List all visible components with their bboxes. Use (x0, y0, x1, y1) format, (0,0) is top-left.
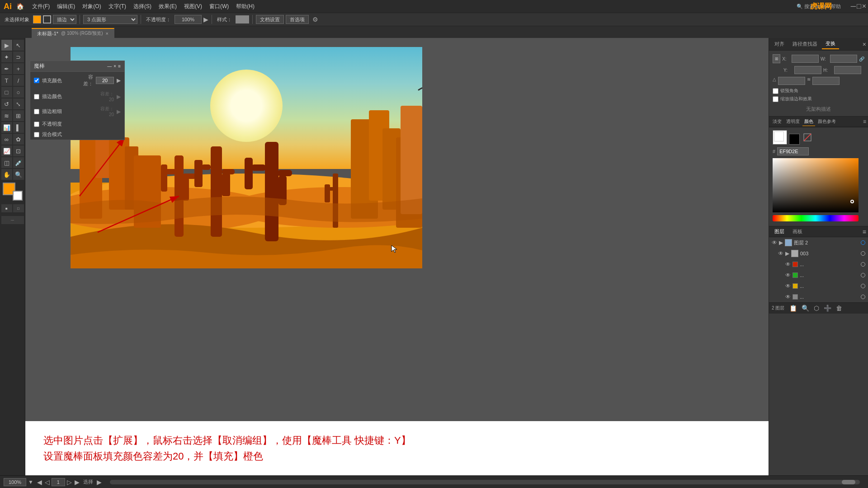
artboards-tab[interactable]: 画板 (789, 227, 806, 236)
wand-blend-checkbox[interactable] (34, 132, 39, 137)
ellipse-tool[interactable]: ○ (13, 87, 24, 98)
layers-options-icon[interactable]: ≡ (863, 228, 866, 235)
tab-close-icon[interactable]: × (105, 31, 108, 36)
warp-tool[interactable]: ≋ (1, 110, 12, 121)
home-icon[interactable]: 🏠 (16, 3, 24, 10)
text-tool[interactable]: T (1, 75, 12, 86)
play-btn[interactable]: ▶ (96, 479, 103, 486)
menu-edit[interactable]: 编辑(E) (54, 2, 78, 11)
screen-mode-btn[interactable]: □ (13, 204, 24, 212)
eye-icon-item3[interactable]: 👁 (785, 283, 791, 289)
gradient-tool[interactable]: ◫ (1, 157, 12, 168)
transform-angle-input[interactable] (778, 77, 805, 85)
scale-effects-checkbox[interactable] (773, 96, 778, 102)
column-tool[interactable]: 📈 (1, 145, 12, 156)
bg-swatch[interactable] (789, 134, 800, 145)
menu-object[interactable]: 对象(O) (80, 2, 104, 11)
point-type-select[interactable]: 3 点圆形 (83, 15, 137, 24)
layer-row-item4[interactable]: 👁 ... (769, 291, 868, 302)
item3-target[interactable] (861, 284, 865, 288)
line-tool[interactable]: / (13, 75, 24, 86)
color-panel-options[interactable]: ≡ (863, 118, 866, 125)
menu-select[interactable]: 选择(S) (131, 2, 154, 11)
tab-transparency[interactable]: 透明度 (784, 117, 802, 126)
wand-opacity-checkbox[interactable] (34, 122, 39, 127)
layers-tab[interactable]: 图层 (771, 227, 788, 236)
transform-x-input[interactable] (792, 55, 819, 63)
wand-fill-tolerance-input[interactable] (96, 77, 114, 84)
transform-reference-point[interactable]: ⊞ (773, 54, 780, 63)
maximize-icon[interactable]: □ (857, 2, 861, 10)
opacity-arrow[interactable]: ▶ (203, 16, 208, 23)
horizontal-scrollbar[interactable] (110, 480, 860, 484)
layer-row-layer2[interactable]: 👁 ▶ 图层 2 (769, 237, 868, 248)
tab-color[interactable]: 颜色 (802, 117, 815, 126)
item4-target[interactable] (861, 295, 865, 299)
wand-stroke-checkbox[interactable] (34, 94, 39, 99)
hand-tool[interactable]: ✋ (1, 169, 12, 180)
layers-locate-btn[interactable]: 🔍 (800, 305, 811, 312)
eye-icon-layer2[interactable]: 👁 (772, 239, 777, 246)
zoom-input[interactable] (4, 478, 26, 486)
layer2-target[interactable] (861, 240, 865, 245)
prev-page-btn[interactable]: ◁ (44, 479, 51, 486)
lasso-tool[interactable]: ⊃ (13, 52, 24, 62)
style-swatch[interactable] (236, 15, 249, 23)
last-page-btn[interactable]: ▶ (74, 479, 80, 486)
no-color-icon[interactable] (803, 130, 811, 145)
layer-row-003[interactable]: 👁 ▶ 003 (769, 248, 868, 259)
wand-panel-minimize[interactable]: — (107, 64, 112, 69)
right-panel-close[interactable]: × (863, 41, 866, 48)
blend-tool[interactable]: ∞ (1, 134, 12, 145)
first-page-btn[interactable]: ◀ (36, 479, 43, 486)
eye-icon-item1[interactable]: 👁 (785, 261, 791, 267)
tab-align[interactable]: 对齐 (771, 39, 788, 49)
zoom-arrow[interactable]: ▼ (28, 479, 33, 485)
transform-w-input[interactable] (830, 55, 857, 63)
mesh-tool[interactable]: ⊡ (13, 145, 24, 156)
close-icon[interactable]: × (862, 2, 866, 10)
opacity-input[interactable] (175, 15, 202, 24)
layer-row-item1[interactable]: 👁 ... (769, 259, 868, 270)
scale-corners-checkbox[interactable] (773, 88, 778, 94)
menu-effect[interactable]: 效果(E) (156, 2, 179, 11)
scale-tool[interactable]: ⊞ (13, 110, 24, 121)
select-tool[interactable]: ▶ (1, 40, 12, 51)
fg-swatch[interactable] (773, 130, 787, 145)
transform-shear-input[interactable] (812, 77, 840, 85)
rect-tool[interactable]: □ (1, 87, 12, 98)
layers-make-clip-btn[interactable]: ⬡ (812, 305, 821, 312)
page-num-input[interactable] (52, 478, 65, 486)
wand-fill-checkbox[interactable] (34, 78, 39, 83)
direct-select-tool[interactable]: ↖ (13, 40, 24, 51)
layers-delete-btn[interactable]: 🗑 (835, 305, 844, 312)
document-tab[interactable]: 未标题-1* @ 100% (RGB/预览) × (32, 28, 114, 38)
brush-type-select[interactable]: 描边 (53, 15, 76, 24)
symbol-tool[interactable]: ✿ (13, 134, 24, 145)
rotate-tool[interactable]: ↺ (1, 99, 12, 109)
eye-icon-003[interactable]: 👁 (778, 250, 783, 257)
magic-wand-tool[interactable]: ✦ (1, 52, 12, 62)
layer-row-item2[interactable]: 👁 ... (769, 270, 868, 281)
preferences-btn[interactable]: 首选项 (286, 15, 309, 24)
minimize-icon[interactable]: ─ (851, 2, 856, 10)
bar-chart-tool[interactable]: ▌ (13, 122, 24, 133)
pen-tool[interactable]: ✒ (1, 63, 12, 74)
toolbar-arrow-icon[interactable]: ⚙ (312, 16, 318, 23)
zoom-tool[interactable]: 🔍 (13, 169, 24, 180)
tab-color-guide[interactable]: 颜色参考 (816, 117, 838, 126)
expand-icon-003[interactable]: ▶ (785, 250, 789, 257)
tab-pathfinder[interactable]: 路径查找器 (789, 39, 821, 49)
doc-settings-btn[interactable]: 文档设置 (256, 15, 284, 24)
item1-target[interactable] (861, 262, 865, 267)
color-gradient-picker[interactable] (773, 158, 859, 212)
wand-panel-close[interactable]: × (113, 64, 116, 69)
link-icon[interactable]: 🔗 (859, 56, 864, 61)
menu-type[interactable]: 文字(T) (106, 2, 129, 11)
transform-tool[interactable]: ⤡ (13, 99, 24, 109)
transform-h-input[interactable] (834, 66, 861, 74)
wand-panel-menu[interactable]: ≡ (118, 64, 121, 69)
003-target[interactable] (861, 251, 865, 256)
layers-add-btn[interactable]: ➕ (822, 305, 833, 312)
next-page-btn[interactable]: ▷ (66, 479, 73, 486)
